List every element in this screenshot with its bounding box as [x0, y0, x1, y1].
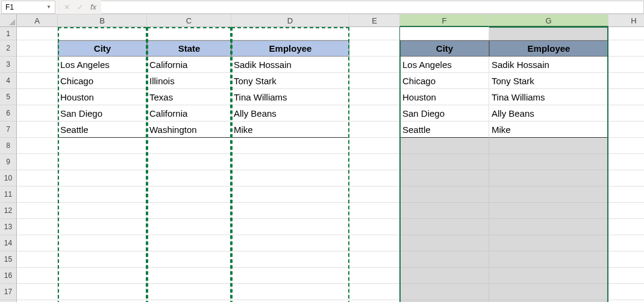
cell[interactable] — [58, 203, 147, 219]
cell[interactable] — [231, 284, 349, 300]
row-header-4[interactable]: 4 — [0, 73, 17, 89]
cell[interactable] — [608, 186, 644, 203]
cell[interactable] — [17, 57, 58, 73]
table1-employee-1[interactable]: Tony Stark — [231, 73, 349, 89]
row-header-17[interactable]: 17 — [0, 284, 17, 300]
cell[interactable] — [349, 251, 400, 268]
column-header-g[interactable]: G — [489, 14, 608, 27]
cell[interactable] — [489, 138, 608, 154]
cell[interactable] — [58, 268, 147, 284]
cell[interactable] — [17, 186, 58, 203]
cell[interactable] — [489, 27, 608, 40]
cell[interactable] — [349, 57, 400, 73]
cell[interactable] — [58, 284, 147, 300]
cell[interactable] — [400, 219, 489, 235]
cell[interactable] — [349, 170, 400, 186]
table2-employee-0[interactable]: Sadik Hossain — [489, 57, 608, 73]
cell[interactable] — [349, 27, 400, 40]
cell[interactable] — [608, 73, 644, 89]
cell[interactable] — [17, 235, 58, 251]
cell[interactable] — [231, 219, 349, 235]
table2-header-employee[interactable]: Employee — [489, 40, 608, 57]
cell[interactable] — [489, 219, 608, 235]
table1-city-0[interactable]: Los Angeles — [58, 57, 147, 73]
table2-city-1[interactable]: Chicago — [400, 73, 489, 89]
row-header-10[interactable]: 10 — [0, 170, 17, 186]
cell[interactable] — [400, 186, 489, 203]
row-header-1[interactable]: 1 — [0, 27, 17, 40]
cell[interactable] — [231, 268, 349, 284]
cell[interactable] — [349, 154, 400, 170]
cell[interactable] — [58, 170, 147, 186]
table1-state-0[interactable]: California — [147, 57, 231, 73]
cell[interactable] — [147, 170, 231, 186]
cell[interactable] — [58, 219, 147, 235]
table1-state-2[interactable]: Texas — [147, 89, 231, 105]
cell[interactable] — [608, 40, 644, 57]
cell[interactable] — [58, 154, 147, 170]
cell[interactable] — [58, 186, 147, 203]
cell[interactable] — [17, 170, 58, 186]
table1-city-3[interactable]: San Diego — [58, 105, 147, 122]
cell[interactable] — [17, 284, 58, 300]
cell[interactable] — [349, 186, 400, 203]
cell[interactable] — [608, 251, 644, 268]
cell[interactable] — [608, 284, 644, 300]
cell[interactable] — [231, 138, 349, 154]
cell[interactable] — [489, 203, 608, 219]
cell[interactable] — [400, 170, 489, 186]
column-header-b[interactable]: B — [58, 14, 147, 27]
cell[interactable] — [349, 89, 400, 105]
column-header-a[interactable]: A — [17, 14, 58, 27]
name-box-dropdown-icon[interactable]: ▼ — [46, 4, 51, 10]
table1-header-employee[interactable]: Employee — [231, 40, 349, 57]
cell[interactable] — [400, 138, 489, 154]
cell[interactable] — [400, 284, 489, 300]
table2-city-3[interactable]: San Diego — [400, 105, 489, 122]
cell[interactable] — [349, 105, 400, 122]
cell[interactable] — [349, 203, 400, 219]
cell[interactable] — [17, 89, 58, 105]
cell[interactable] — [608, 235, 644, 251]
table1-header-state[interactable]: State — [147, 40, 231, 57]
row-header-12[interactable]: 12 — [0, 203, 17, 219]
cell[interactable] — [17, 268, 58, 284]
column-header-c[interactable]: C — [147, 14, 231, 27]
row-header-7[interactable]: 7 — [0, 122, 17, 138]
cell[interactable] — [58, 251, 147, 268]
cell[interactable] — [147, 138, 231, 154]
cell[interactable] — [349, 40, 400, 57]
table1-city-4[interactable]: Seattle — [58, 122, 147, 138]
cell[interactable] — [489, 170, 608, 186]
cell[interactable] — [17, 251, 58, 268]
cell[interactable] — [608, 89, 644, 105]
cell[interactable] — [489, 186, 608, 203]
table1-state-1[interactable]: Illinois — [147, 73, 231, 89]
cell[interactable] — [231, 27, 349, 40]
cell[interactable] — [147, 154, 231, 170]
cell[interactable] — [17, 105, 58, 122]
table2-employee-3[interactable]: Ally Beans — [489, 105, 608, 122]
table1-header-city[interactable]: City — [58, 40, 147, 57]
row-header-6[interactable]: 6 — [0, 105, 17, 122]
cell[interactable] — [17, 203, 58, 219]
row-header-14[interactable]: 14 — [0, 235, 17, 251]
table1-state-3[interactable]: California — [147, 105, 231, 122]
cell[interactable] — [608, 170, 644, 186]
table2-city-4[interactable]: Seattle — [400, 122, 489, 138]
cell[interactable] — [231, 251, 349, 268]
cell[interactable] — [400, 268, 489, 284]
cell[interactable] — [58, 235, 147, 251]
fx-icon[interactable]: fx — [90, 2, 96, 11]
cell[interactable] — [147, 27, 231, 40]
cell[interactable] — [17, 40, 58, 57]
cell[interactable] — [231, 154, 349, 170]
cell[interactable] — [147, 284, 231, 300]
cell[interactable] — [17, 219, 58, 235]
cell[interactable] — [147, 219, 231, 235]
row-header-3[interactable]: 3 — [0, 57, 17, 73]
cell[interactable] — [608, 138, 644, 154]
cell[interactable] — [231, 203, 349, 219]
cell[interactable] — [489, 268, 608, 284]
row-header-11[interactable]: 11 — [0, 186, 17, 203]
